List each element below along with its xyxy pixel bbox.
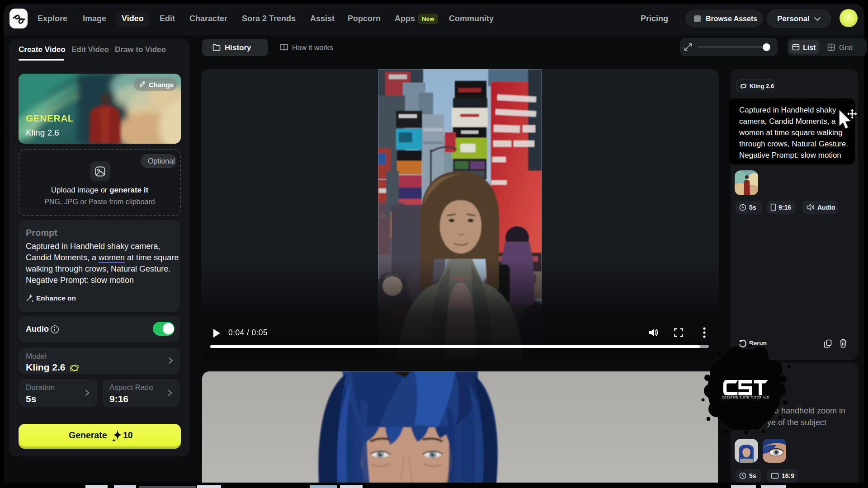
svg-text:CREATIVE SUITE TUTORIALS: CREATIVE SUITE TUTORIALS <box>722 396 769 399</box>
